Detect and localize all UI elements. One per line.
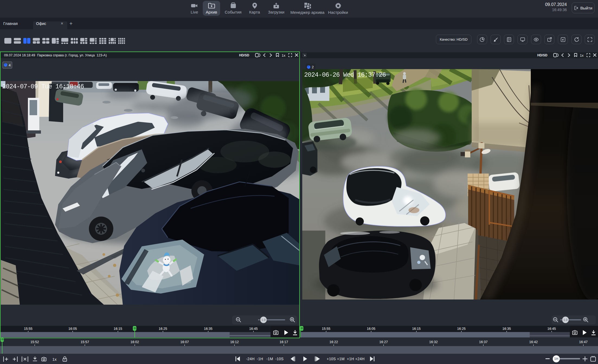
svg-text:2024-06-26 Wed 16:37:26: 2024-06-26 Wed 16:37:26 (304, 72, 386, 79)
svg-text:1x: 1x (52, 357, 57, 362)
